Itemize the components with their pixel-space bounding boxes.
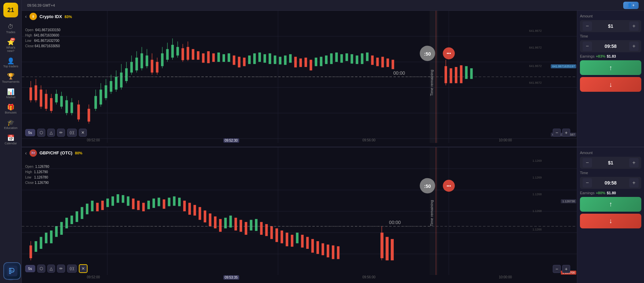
amount-value-2: $1 xyxy=(608,160,613,165)
svg-rect-112 xyxy=(450,68,452,83)
svg-rect-148 xyxy=(91,201,94,211)
svg-rect-89 xyxy=(289,54,292,63)
right-panel-1: Amount − $1 + Time − 09:58 + Earnings xyxy=(577,11,644,147)
sidebar-item-calendar[interactable]: 📅 Calendar xyxy=(1,132,20,147)
draw-btn-2[interactable]: △ xyxy=(47,265,55,273)
ohlc-info-1: Open 641.8671633150 High 641.8671633600 … xyxy=(25,27,60,49)
svg-rect-153 xyxy=(117,194,119,203)
svg-rect-183 xyxy=(270,226,273,239)
sidebar-item-top-traders[interactable]: 👤 Top traders xyxy=(1,55,20,70)
price-label-1d: 641.8672 xyxy=(529,81,542,84)
time-decrease-2[interactable]: − xyxy=(583,178,592,188)
price-label-2b: 1.1269 xyxy=(532,176,542,179)
sidebar-item-label: Trades xyxy=(6,30,15,34)
sidebar-item-education[interactable]: 🎓 Education xyxy=(1,117,20,132)
trade-down-btn-2[interactable]: ↓ xyxy=(580,214,641,228)
sidebar-item-bonuses[interactable]: 🎁 Bonuses xyxy=(1,101,20,116)
svg-rect-84 xyxy=(264,54,266,63)
svg-rect-108 xyxy=(386,59,389,67)
earnings-label-2: Earnings xyxy=(580,191,594,195)
timeframe-btn-1[interactable]: 5s xyxy=(25,129,35,136)
time-increase-2[interactable]: + xyxy=(629,178,639,188)
svg-rect-92 xyxy=(305,58,307,67)
svg-rect-102 xyxy=(356,56,359,64)
logo[interactable]: 21 xyxy=(3,3,18,17)
svg-rect-156 xyxy=(132,198,135,209)
pen-btn-1[interactable]: ✏ xyxy=(57,129,65,137)
svg-rect-77 xyxy=(228,53,230,62)
back-button-1[interactable]: ‹ xyxy=(25,14,27,19)
topbar: 09:56:39 GMT+4 👤+ xyxy=(22,0,644,11)
zoom-in-btn-1[interactable]: + xyxy=(562,129,570,137)
amount-increase-1[interactable]: + xyxy=(629,21,639,31)
svg-rect-170 xyxy=(204,210,206,222)
asset-name-1: Crypto IDX 83% xyxy=(40,14,72,19)
svg-rect-103 xyxy=(361,53,364,64)
trade-down-btn-1[interactable]: ↓ xyxy=(580,77,641,92)
svg-rect-70 xyxy=(192,49,195,60)
svg-rect-97 xyxy=(330,53,333,64)
svg-rect-190 xyxy=(306,237,309,249)
svg-rect-189 xyxy=(301,234,304,247)
sidebar-item-trades[interactable]: ⏱ Trades xyxy=(1,21,20,36)
svg-rect-137 xyxy=(35,241,37,252)
zoom-out-btn-1[interactable]: − xyxy=(553,129,561,137)
amount-decrease-1[interactable]: − xyxy=(583,21,592,31)
svg-rect-161 xyxy=(158,198,160,206)
amount-decrease-2[interactable]: − xyxy=(583,158,592,167)
timeframe-btn-2[interactable]: 5s xyxy=(25,265,35,272)
svg-rect-114 xyxy=(460,65,463,83)
svg-rect-99 xyxy=(340,54,343,63)
asset-name-2: GBP/CHF (OTC) 80% xyxy=(40,150,83,155)
trade-up-btn-2[interactable]: ↑ xyxy=(580,197,641,212)
close-btn-1[interactable]: ✕ xyxy=(79,129,87,137)
zoom-out-btn-2[interactable]: − xyxy=(553,265,561,273)
svg-rect-90 xyxy=(294,57,297,67)
svg-rect-138 xyxy=(40,237,42,249)
user-button-icon: 👤+ xyxy=(627,3,635,8)
time-decrease-1[interactable]: − xyxy=(583,42,592,51)
svg-rect-180 xyxy=(255,219,258,231)
svg-rect-178 xyxy=(245,222,248,234)
svg-text:00:00: 00:00 xyxy=(393,70,405,76)
svg-rect-199 xyxy=(386,237,389,260)
svg-rect-186 xyxy=(286,232,288,246)
time-labels-2: 09:52:00 09:53:35 09:56:00 10:00:00 xyxy=(22,275,577,280)
user-button[interactable]: 👤+ xyxy=(623,2,639,9)
time-row-2: Time xyxy=(580,171,641,175)
svg-rect-147 xyxy=(86,204,89,214)
time-label-1d: 10:00:00 xyxy=(499,138,512,143)
back-button-2[interactable]: ‹ xyxy=(25,150,27,156)
svg-rect-188 xyxy=(296,232,299,243)
education-icon: 🎓 xyxy=(7,119,14,126)
close-btn-2[interactable]: ✕ xyxy=(79,264,88,273)
svg-rect-86 xyxy=(274,56,276,64)
pen-btn-2[interactable]: ✏ xyxy=(57,265,65,273)
trade-up-btn-1[interactable]: ↑ xyxy=(580,60,641,75)
sidebar-item-market[interactable]: 📊 Market xyxy=(1,86,20,101)
amount-row-1: Amount xyxy=(580,14,641,18)
svg-rect-116 xyxy=(470,68,473,79)
time-increase-1[interactable]: + xyxy=(629,42,639,51)
bottom-logo[interactable] xyxy=(3,262,21,280)
indicators-btn-2[interactable]: ⬡ xyxy=(37,265,45,273)
earnings-val-2: $1.80 xyxy=(607,191,616,195)
svg-rect-73 xyxy=(207,51,210,63)
earnings-pct-2: +80% xyxy=(596,191,605,195)
svg-rect-195 xyxy=(332,245,334,259)
signal-btn-1[interactable]: ⟨⟨⟨ xyxy=(67,129,77,137)
amount-row-2: Amount xyxy=(580,151,641,155)
earnings-row-1: Earnings +83% $1.83 xyxy=(580,54,641,58)
svg-rect-151 xyxy=(106,198,109,207)
sidebar-item-whats-new[interactable]: ⭐ 9+ What's new? xyxy=(1,37,20,55)
amount-increase-2[interactable]: + xyxy=(629,158,639,167)
price-label-1b: 641.8672 xyxy=(529,46,542,49)
svg-rect-146 xyxy=(81,207,84,219)
draw-btn-1[interactable]: △ xyxy=(47,129,55,137)
signal-btn-2[interactable]: ⟨⟨⟨ xyxy=(67,265,77,273)
trades-icon: ⏱ xyxy=(8,23,14,30)
sidebar-item-tournaments[interactable]: 🏆 Tournaments xyxy=(1,71,20,85)
zoom-in-btn-2[interactable]: + xyxy=(562,265,570,273)
indicators-btn-1[interactable]: ⬡ xyxy=(37,129,45,137)
time-control-2: − 09:58 + xyxy=(580,177,641,189)
